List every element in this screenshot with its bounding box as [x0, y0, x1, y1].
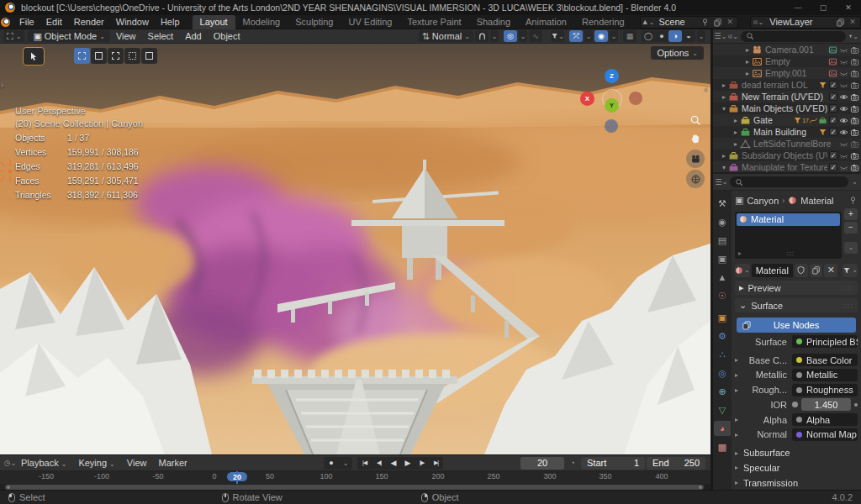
collection-checkbox[interactable]: ✓: [829, 92, 837, 101]
breadcrumb-material[interactable]: Material: [800, 196, 833, 206]
jump-to-end-button[interactable]: ▶|: [429, 457, 443, 470]
scene-selector[interactable]: ▲⌄ Scene ✕: [640, 16, 739, 29]
breadcrumb-object[interactable]: Canyon: [747, 196, 779, 206]
active-tool-select-box-button[interactable]: [23, 47, 45, 66]
slot-expand-icon[interactable]: ▸: [738, 249, 742, 257]
scene-icon[interactable]: ▲⌄: [643, 17, 653, 27]
menu-edit[interactable]: Edit: [40, 15, 68, 29]
render-visibility-icon[interactable]: [850, 92, 859, 102]
viewlayer-selector[interactable]: ⌄ ViewLayer ✕: [750, 16, 861, 29]
maximize-button[interactable]: ▢: [811, 0, 836, 15]
gizmo-x-neg-axis[interactable]: [629, 92, 642, 105]
normal-field[interactable]: Normal Map: [792, 428, 858, 441]
pin-icon[interactable]: [700, 17, 710, 27]
tab-sculpting[interactable]: Sculpting: [288, 15, 341, 29]
outliner-row-manipulate-texture[interactable]: ▾ Maniuplate for Texture ✓: [713, 161, 861, 172]
eye-closed-icon[interactable]: [839, 81, 848, 90]
tab-texture-paint[interactable]: Texture Paint: [399, 15, 468, 29]
pan-button[interactable]: [686, 129, 705, 148]
playhead[interactable]: 20: [227, 472, 247, 481]
app-menu-icon[interactable]: [3, 17, 13, 27]
visibility-filter-button[interactable]: ⌄: [551, 30, 564, 42]
tab-world[interactable]: ☉: [714, 288, 731, 303]
eye-closed-icon[interactable]: [839, 45, 848, 55]
play-reverse-button[interactable]: ◀: [386, 457, 400, 470]
collection-checkbox[interactable]: ✓: [829, 128, 837, 136]
properties-editor-icon[interactable]: ☰⌄: [716, 177, 726, 187]
delete-scene-icon[interactable]: ✕: [725, 17, 735, 27]
outliner-row-leftside-tunnel[interactable]: ▸ LeftSideTunnelBore: [713, 138, 861, 150]
render-visibility-icon[interactable]: [850, 45, 859, 55]
tab-rendering[interactable]: Rendering: [574, 15, 632, 29]
outliner-row-gate[interactable]: ▸ Gate 17 ✓: [713, 114, 861, 126]
menu-object[interactable]: Object: [208, 31, 246, 41]
menu-view[interactable]: View: [110, 31, 142, 41]
menu-marker[interactable]: Marker: [152, 458, 193, 468]
transform-orientation-selector[interactable]: ⇅Normal⌄: [419, 30, 473, 42]
menu-playback[interactable]: Playback ⌄: [15, 458, 72, 468]
tab-object[interactable]: ▣: [714, 310, 731, 325]
scene-name[interactable]: Scene: [656, 17, 698, 27]
shading-solid-button[interactable]: ●: [655, 30, 668, 42]
properties-search-input[interactable]: [730, 176, 848, 187]
options-button[interactable]: Options⌄: [651, 46, 704, 60]
toolbar-collapse-arrow[interactable]: ›: [1, 81, 3, 90]
jump-to-start-button[interactable]: |◀: [357, 457, 372, 470]
outliner-row-main-building[interactable]: ▸ Main Building ✓: [713, 126, 861, 138]
menu-window[interactable]: Window: [110, 15, 155, 29]
metallic-field[interactable]: Metallic: [792, 369, 858, 381]
sidebar-collapse-arrow[interactable]: ‹: [705, 84, 707, 93]
zoom-button[interactable]: [686, 111, 705, 129]
material-slot-selected[interactable]: Material: [737, 213, 840, 226]
material-name-field[interactable]: Material: [752, 264, 793, 277]
panel-surface[interactable]: ⌄ Surface ::::: [735, 298, 858, 312]
collection-checkbox[interactable]: ✓: [829, 116, 837, 124]
tab-physics[interactable]: ◎: [714, 365, 731, 381]
tab-tool[interactable]: ⚒: [714, 196, 731, 211]
browse-material-button[interactable]: ⌄: [735, 264, 750, 277]
tab-view-layer[interactable]: ▣: [714, 251, 731, 266]
outliner-search-input[interactable]: [741, 31, 846, 42]
render-visibility-icon[interactable]: [850, 81, 859, 90]
fake-user-button[interactable]: [795, 264, 808, 277]
render-visibility-icon[interactable]: [850, 69, 859, 78]
pin-icon[interactable]: [848, 196, 858, 205]
tab-layout[interactable]: Layout: [193, 15, 235, 29]
eye-closed-icon[interactable]: [839, 163, 848, 172]
tab-object-data[interactable]: ▽: [714, 402, 731, 417]
properties-filter-dropdown[interactable]: ⌄: [852, 178, 858, 186]
eye-closed-icon[interactable]: [839, 69, 848, 78]
eye-icon[interactable]: [839, 116, 848, 125]
collection-checkbox[interactable]: ✓: [829, 163, 837, 171]
panel-transmission[interactable]: ▸ Transmission: [735, 475, 858, 490]
outliner-row-empty-001[interactable]: ▸ Empty.001: [713, 67, 861, 79]
viewlayer-name[interactable]: ViewLayer: [766, 17, 832, 27]
render-visibility-icon[interactable]: [850, 57, 859, 66]
viewlayer-icon[interactable]: ⌄: [753, 17, 763, 27]
menu-file[interactable]: File: [13, 15, 40, 29]
camera-view-button[interactable]: [686, 150, 705, 168]
tab-render[interactable]: ◉: [714, 214, 731, 229]
gizmo-x-axis[interactable]: X: [580, 92, 594, 106]
viewport-3d[interactable]: User Perspective (20) Scene Collection |…: [0, 44, 710, 454]
frame-end-field[interactable]: End250: [647, 457, 705, 470]
tab-modifiers[interactable]: ⚙: [714, 328, 731, 344]
collection-checkbox[interactable]: ✓: [829, 151, 837, 160]
use-preview-range-icon[interactable]: ◔: [568, 458, 578, 468]
gizmo-z-neg-axis[interactable]: [605, 119, 618, 133]
tab-scene[interactable]: ▲: [714, 270, 731, 285]
frame-start-field[interactable]: Start1: [581, 457, 645, 470]
menu-select[interactable]: Select: [142, 31, 180, 41]
play-button[interactable]: ▶: [400, 457, 415, 470]
tab-compositing[interactable]: Compositing: [632, 15, 638, 29]
eye-icon[interactable]: [839, 104, 848, 113]
eye-icon[interactable]: [839, 128, 848, 137]
ior-animate-dot[interactable]: [854, 403, 858, 407]
gizmo-toggle[interactable]: ⤱: [569, 30, 583, 42]
menu-keying[interactable]: Keying ⌄: [72, 458, 120, 468]
tab-modeling[interactable]: Modeling: [235, 15, 288, 29]
render-disabled-icon[interactable]: [850, 139, 859, 149]
collection-checkbox[interactable]: ✓: [829, 81, 837, 89]
auto-keying-button[interactable]: ●: [324, 457, 338, 470]
eye-closed-icon[interactable]: [839, 139, 848, 149]
